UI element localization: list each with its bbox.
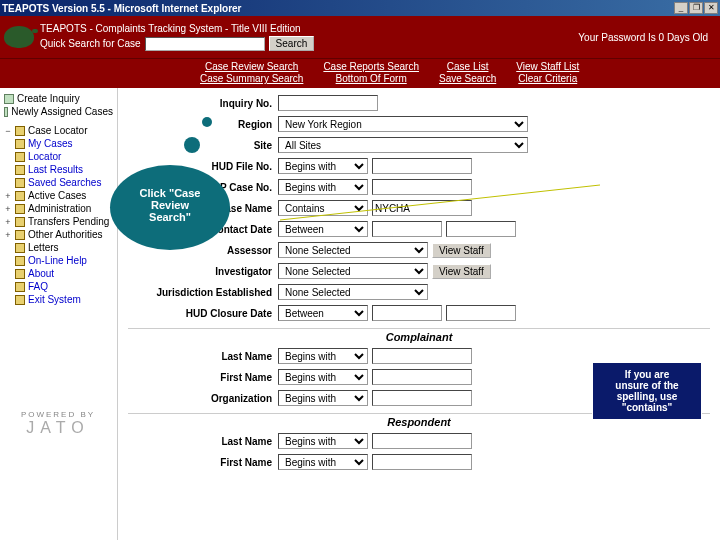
inquiry-label: Inquiry No. <box>128 98 278 109</box>
sidebar-item-label: Case Locator <box>28 125 87 136</box>
sidebar-item-label: My Cases <box>28 138 72 149</box>
inquiry-input[interactable] <box>278 95 378 111</box>
sidebar-item[interactable]: +Active Cases <box>2 189 115 202</box>
sidebar-create-inquiry[interactable]: Create Inquiry <box>2 92 115 105</box>
c-last-input[interactable] <box>372 348 472 364</box>
closure-label: HUD Closure Date <box>128 308 278 319</box>
expand-icon: + <box>4 217 12 227</box>
site-label: Site <box>128 140 278 151</box>
hud-input[interactable] <box>372 158 472 174</box>
sidebar-item[interactable]: +Transfers Pending <box>2 215 115 228</box>
sidebar-item[interactable]: My Cases <box>2 137 115 150</box>
menu-case-reports[interactable]: Case Reports Search Bottom Of Form <box>313 59 429 88</box>
juris-select[interactable]: None Selected <box>278 284 428 300</box>
sidebar-item[interactable]: Last Results <box>2 163 115 176</box>
c-first-label: First Name <box>128 372 278 383</box>
investigator-label: Investigator <box>128 266 278 277</box>
c-org-op-select[interactable]: Begins with <box>278 390 368 406</box>
casename-op-select[interactable]: Contains <box>278 200 368 216</box>
menu-staff-list[interactable]: View Staff List Clear Criteria <box>506 59 589 88</box>
c-first-op-select[interactable]: Begins with <box>278 369 368 385</box>
jato-badge: POWERED BY JATO <box>8 410 108 437</box>
folder-icon <box>15 178 25 188</box>
assessor-viewstaff-button[interactable]: View Staff <box>432 243 491 258</box>
sidebar-item-label: Letters <box>28 242 59 253</box>
casename-input[interactable] <box>372 200 472 216</box>
sidebar-item[interactable]: Exit System <box>2 293 115 306</box>
sidebar-item[interactable]: Saved Searches <box>2 176 115 189</box>
app-header: TEAPOTS - Complaints Tracking System - T… <box>0 16 720 58</box>
complainant-header: Complainant <box>128 331 710 343</box>
sidebar-item-label: On-Line Help <box>28 255 87 266</box>
teapot-logo-icon <box>4 26 34 48</box>
quick-search-button[interactable]: Search <box>269 36 315 51</box>
r-last-op-select[interactable]: Begins with <box>278 433 368 449</box>
c-org-input[interactable] <box>372 390 472 406</box>
folder-icon <box>15 295 25 305</box>
sidebar-item-label: About <box>28 268 54 279</box>
sidebar-item[interactable]: Letters <box>2 241 115 254</box>
folder-icon <box>15 256 25 266</box>
sidebar-item[interactable]: +Other Authorities <box>2 228 115 241</box>
closure-op-select[interactable]: Between <box>278 305 368 321</box>
region-select[interactable]: New York Region <box>278 116 528 132</box>
sidebar-item-label: Last Results <box>28 164 83 175</box>
fhap-input[interactable] <box>372 179 472 195</box>
closure-to-input[interactable] <box>446 305 516 321</box>
callout-bubble: Click "Case Review Search" <box>110 165 230 250</box>
c-first-input[interactable] <box>372 369 472 385</box>
quick-search-input[interactable] <box>145 37 265 51</box>
folder-icon <box>15 152 25 162</box>
expand-icon: + <box>4 191 12 201</box>
sidebar-item[interactable]: Locator <box>2 150 115 163</box>
hud-op-select[interactable]: Begins with <box>278 158 368 174</box>
folder-icon <box>15 230 25 240</box>
sidebar-item-label: Other Authorities <box>28 229 102 240</box>
sidebar-item[interactable]: On-Line Help <box>2 254 115 267</box>
quick-search-label: Quick Search for Case <box>40 38 141 49</box>
c-last-label: Last Name <box>128 351 278 362</box>
sidebar-item-label: Transfers Pending <box>28 216 109 227</box>
folder-icon <box>15 269 25 279</box>
fhap-op-select[interactable]: Begins with <box>278 179 368 195</box>
folder-icon <box>15 191 25 201</box>
folder-icon <box>15 217 25 227</box>
folder-icon <box>15 243 25 253</box>
site-select[interactable]: All Sites <box>278 137 528 153</box>
r-first-op-select[interactable]: Begins with <box>278 454 368 470</box>
c-org-label: Organization <box>128 393 278 404</box>
r-first-input[interactable] <box>372 454 472 470</box>
contact-from-input[interactable] <box>372 221 442 237</box>
menu-case-list[interactable]: Case List Save Search <box>429 59 506 88</box>
page-icon <box>4 107 8 117</box>
contact-to-input[interactable] <box>446 221 516 237</box>
page-icon <box>4 94 14 104</box>
close-button[interactable]: ✕ <box>704 2 718 14</box>
sidebar-newly-assigned[interactable]: Newly Assigned Cases <box>2 105 115 118</box>
folder-icon <box>15 282 25 292</box>
expand-icon: − <box>4 126 12 136</box>
sidebar-item[interactable]: −Case Locator <box>2 124 115 137</box>
r-last-input[interactable] <box>372 433 472 449</box>
menu-case-review[interactable]: Case Review Search Case Summary Search <box>190 59 313 88</box>
expand-icon: + <box>4 204 12 214</box>
investigator-viewstaff-button[interactable]: View Staff <box>432 264 491 279</box>
investigator-select[interactable]: None Selected <box>278 263 428 279</box>
window-title: TEAPOTS Version 5.5 - Microsoft Internet… <box>2 3 674 14</box>
sidebar-item[interactable]: FAQ <box>2 280 115 293</box>
password-age-msg: Your Password Is 0 Days Old <box>578 32 716 43</box>
expand-icon: + <box>4 230 12 240</box>
assessor-select[interactable]: None Selected <box>278 242 428 258</box>
sidebar-item-label: Exit System <box>28 294 81 305</box>
sidebar-item[interactable]: +Administration <box>2 202 115 215</box>
closure-from-input[interactable] <box>372 305 442 321</box>
r-first-label: First Name <box>128 457 278 468</box>
maximize-button[interactable]: ❐ <box>689 2 703 14</box>
folder-icon <box>15 204 25 214</box>
tip-callout: If you areunsure of thespelling, use"con… <box>592 362 702 420</box>
minimize-button[interactable]: _ <box>674 2 688 14</box>
menu-bar: Case Review Search Case Summary Search C… <box>0 58 720 88</box>
c-last-op-select[interactable]: Begins with <box>278 348 368 364</box>
contact-op-select[interactable]: Between <box>278 221 368 237</box>
sidebar-item[interactable]: About <box>2 267 115 280</box>
